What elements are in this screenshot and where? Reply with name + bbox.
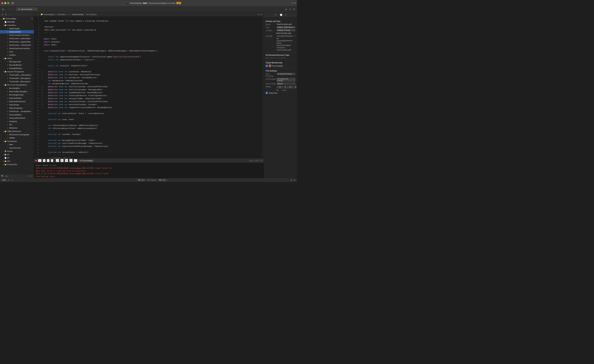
iboutlet-indicator[interactable] [41,86,43,88]
scheme-selector[interactable]: 📱 ScanningApp main [126,2,147,4]
sidebar-item-arcamera[interactable]: 🔸 ARCameraTrackingState [0,133,34,136]
back-button[interactable]: ‹ [8,8,10,11]
iboutlet-indicator[interactable] [41,95,43,96]
iboutlet-indicator[interactable] [41,98,43,100]
sidebar-item-messagelabel[interactable]: 🔸 MessageLabel [0,60,34,63]
step-out-button[interactable]: ↑ [51,159,54,162]
sidebar-item-controllers[interactable]: ▾ 📂 Controllers [0,24,34,27]
step-over-button[interactable]: ⤵ [43,159,46,162]
editor-tab-viewcontroller[interactable]: ViewController ✕ [16,7,38,11]
breadcrumb-back[interactable]: ‹ [35,13,37,16]
close-button[interactable] [1,2,3,4]
lineendings-dropdown-control[interactable]: No Explicit Line Endings ▾ [277,78,295,82]
expand-console-icon[interactable]: ⊡ [261,159,263,162]
minimize-button[interactable] [4,2,6,4]
sidebar-item-boundingbox[interactable]: 🔸 BoundingBox [0,87,34,90]
inspector-tab-info[interactable]: ℹ [284,13,287,17]
sidebar-filter-input[interactable] [5,175,27,177]
indent-stepper[interactable]: ▲ ▼ [295,86,297,88]
sidebar-item-sharescan[interactable]: 🔸 ShareScanViewController [0,47,34,50]
iboutlet-indicator[interactable] [41,89,43,90]
sidebar-item-bbside[interactable]: 🔸 BoundingBoxSide [0,93,34,96]
wrap-checkbox[interactable]: ✓ [266,92,268,94]
step-in-button[interactable]: ↓ [47,159,50,162]
layout-button[interactable]: ⊡ [294,2,296,4]
sidebar-filter-icon[interactable]: ☰ [1,13,4,16]
sidebar-item-objectoriginaxis[interactable]: 🔸 ObjectOriginAxis [0,106,34,110]
editor-mode-list[interactable]: ≡ [289,8,291,11]
inspector-tab-identity[interactable]: ✏ [274,13,278,17]
simulate-button[interactable]: ↪ [69,159,73,162]
sidebar-item-threshold-pan[interactable]: 🔸 ThresholdPa...eRecognizer [0,73,34,77]
inspector-tab-quick[interactable]: 🕐 [279,13,283,17]
sidebar-item-products[interactable]: ▸ 📂 Info [0,159,34,163]
tab-step-down[interactable]: ▼ [284,87,286,88]
sidebar-item-objectorigin[interactable]: 🔸 ObjectOrigin [0,103,34,106]
breadcrumb-forward[interactable]: › [37,13,39,16]
tab-width-input[interactable] [277,86,283,88]
sidebar-item-scannedobject[interactable]: 🔸 ScannedObject [0,113,34,116]
split-editor-button[interactable]: ⧉ [292,8,296,11]
sidebar-item-scan[interactable]: 🔸 Scan [0,50,34,53]
sidebar-item-vc-gestures[interactable]: 🔸 ViewController+Gestures [0,34,34,37]
trash-icon[interactable]: 🗑 [291,179,292,181]
sidebar-item-storyboards[interactable]: ▾ 📂 Storyboards [0,140,34,143]
sidebar-item-snapping[interactable]: 🔸 Snapping [0,120,34,123]
sidebar-item-launchscreen[interactable]: ✕ LaunchScreen [0,146,34,149]
eye-icon[interactable]: 👁 [8,179,10,181]
sidebar-item-art[interactable]: ▸ 📂 art [0,153,34,156]
sidebar-item-detectedbb[interactable]: 🔸 DetectedBoundingBox [0,90,34,93]
forward-button[interactable]: › [11,8,13,11]
sidebar-item-tile[interactable]: 🔸 Tile [0,123,34,126]
sidebar-item-info[interactable]: 📄 art [0,156,34,159]
info-icon[interactable]: ⓘ [11,179,13,181]
sidebar-item-threshold-rotate[interactable]: 🔸 ThresholdR...eRecognizer [0,80,34,83]
sidebar-item-detectedobject[interactable]: 🔸 DetectedObject [0,96,34,100]
sidebar-item-scanningapp-project[interactable]: ▾ 📁 ScanningApp M [0,17,34,20]
fullpath-link-icon[interactable]: ↗ [294,35,295,37]
sidebar-item-vc-navbar[interactable]: 🔸 ViewControl...avigationBar [0,40,34,43]
editor-scrollbar[interactable] [262,17,264,158]
sidebar-item-readme[interactable]: 📄 README [0,20,34,24]
tab-step-up[interactable]: ▲ [284,86,286,87]
sidebar-item-pointcloud-vis[interactable]: 🔸 PointCloud+...Visualization [0,110,34,113]
active-scheme-pill[interactable]: ScanningApp [79,159,94,162]
sidebar-item-scannedpointcloud[interactable]: 🔸 ScannedPointCloud [0,116,34,120]
inspector-type-dropdown[interactable]: Default - Swift Source ▾ [277,26,295,28]
tab-stepper[interactable]: ▲ ▼ [284,86,286,88]
sidebar-item-utility-extensions[interactable]: ▾ 📂 Utility Extensions [0,130,34,133]
lineendings-dropdown[interactable]: No Explicit Line Endings ▾ [277,78,295,82]
sidebar-item-3d-visualizations[interactable]: ▾ 📂 3D UI and Visualizations [0,83,34,87]
sidebar-item-testrun[interactable]: 🔸 TestRun [0,53,34,57]
sidebar-item-vc-sessioninfo[interactable]: 🔸 ViewControl...+SessionInfo [0,43,34,47]
sidebar-item-detectedpointcloud[interactable]: 🔸 DetectedPointCloud [0,100,34,103]
sidebar-item-appdelegate[interactable]: 🔸 AppDelegate [0,27,34,30]
sidebar-item-gesture-recognizers[interactable]: ▾ 📂 Gesture Recognizers [0,70,34,73]
auto-badge[interactable]: Auto [2,179,7,181]
target-checkbox[interactable]: ✓ [266,65,268,67]
iboutlet-indicator[interactable] [41,71,43,73]
inspector-location-dropdown[interactable]: Relative to Group ▾ [277,29,295,31]
iboutlet-indicator[interactable] [41,74,43,76]
location-button[interactable]: ⊗ [65,159,68,162]
encoding-dropdown[interactable]: No Explicit Encoding ▾ [277,73,295,75]
breadcrumb-selection[interactable]: No Selection [87,13,97,15]
maximize-button[interactable] [7,2,9,4]
add-tab-button[interactable]: + [291,2,293,5]
debug-button[interactable]: ⊕ [60,159,64,162]
indent-dropdown[interactable]: Spaces ▾ [277,82,295,85]
output-label[interactable]: All Output ▾ [147,179,157,181]
sidebar-sort-icon[interactable]: ⊞ [5,13,7,16]
indent-step-down[interactable]: ▼ [295,87,297,88]
console-filter-right[interactable]: 🔍 Filter [158,179,167,181]
sidebar-item-roundedbutton[interactable]: 🔸 RoundedButton [0,63,34,67]
sidebar-item-frameworks[interactable]: ▸ 📂 Frameworks [0,163,34,166]
code-editor[interactable]: 1/*2 See LICENSE folder for this sample'… [34,17,262,158]
breakpoint-button[interactable]: ⬡ [56,159,59,162]
iboutlet-indicator[interactable] [41,104,43,105]
location-dropdown-control[interactable]: Relative to Group ▾ [277,29,295,31]
iboutlet-indicator[interactable] [41,101,43,102]
settings-icon[interactable]: ⚙ [261,13,263,16]
sidebar-item-threshold-pinch[interactable]: 🔸 ThresholdPi...eRecognizer [0,77,34,80]
sidebar-item-assets[interactable]: 📦 Assets [0,149,34,153]
